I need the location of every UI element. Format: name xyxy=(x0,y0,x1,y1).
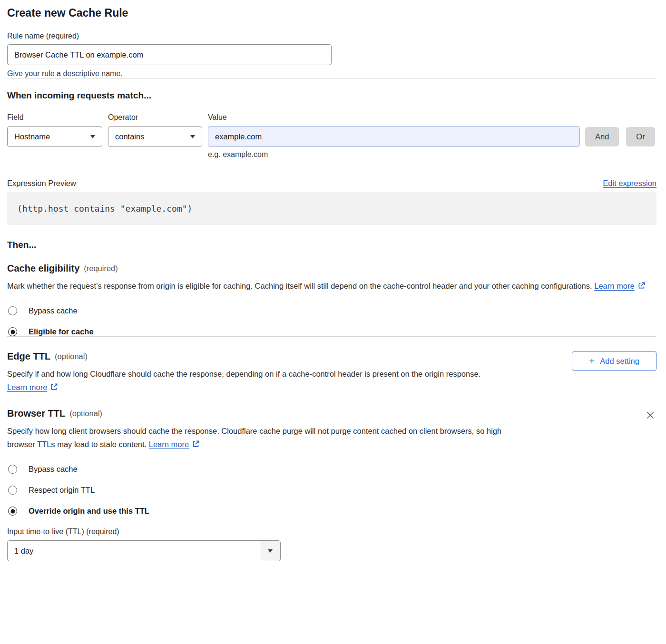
create-cache-rule-form: Create new Cache Rule Rule name (require… xyxy=(7,7,656,561)
cache-eligibility-description: Mark whether the request’s response from… xyxy=(7,279,656,293)
field-label: Field xyxy=(7,113,108,122)
cache-eligibility-description-text: Mark whether the request’s response from… xyxy=(7,282,592,290)
cache-eligibility-qualifier: (required) xyxy=(84,264,118,273)
edge-ttl-title-row: Edge TTL (optional) xyxy=(7,351,530,362)
value-label: Value xyxy=(208,113,227,122)
radio-bypass-cache[interactable]: Bypass cache xyxy=(7,306,656,315)
browser-ttl-header: Browser TTL (optional) Specify how long … xyxy=(7,408,656,452)
browser-ttl-description: Specify how long client browsers should … xyxy=(7,424,530,452)
expression-preview-label: Expression Preview xyxy=(7,179,76,188)
ttl-input-label: Input time-to-live (TTL) (required) xyxy=(7,527,656,536)
value-helper: e.g. example.com xyxy=(208,150,656,159)
match-condition-row: Hostname contains And Or xyxy=(7,126,656,147)
ttl-select-arrow-button[interactable] xyxy=(260,541,280,561)
radio-override-origin-ttl[interactable]: Override origin and use this TTL xyxy=(7,507,656,516)
section-divider xyxy=(7,78,656,78)
browser-ttl-qualifier: (optional) xyxy=(69,409,102,418)
or-button[interactable]: Or xyxy=(626,127,655,146)
radio-label: Bypass cache xyxy=(29,465,78,474)
external-link-icon xyxy=(637,283,646,291)
radio-label: Respect origin TTL xyxy=(29,486,95,495)
edge-ttl-description: Specify if and how long Cloudflare shoul… xyxy=(7,367,530,395)
external-link-icon xyxy=(192,441,200,449)
radio-label: Bypass cache xyxy=(29,306,78,315)
radio-eligible-for-cache[interactable]: Eligible for cache xyxy=(7,327,656,336)
rule-name-helper: Give your rule a descriptive name. xyxy=(7,69,656,78)
section-divider xyxy=(7,395,656,395)
match-section-heading: When incoming requests match... xyxy=(7,90,656,101)
radio-browser-bypass-cache[interactable]: Bypass cache xyxy=(7,465,656,474)
rule-name-label: Rule name (required) xyxy=(7,32,656,40)
ttl-select-value: 1 day xyxy=(8,541,260,561)
radio-icon xyxy=(8,486,17,495)
edge-ttl-title: Edge TTL xyxy=(7,351,50,362)
add-setting-label: Add setting xyxy=(600,357,639,366)
and-button[interactable]: And xyxy=(585,127,619,146)
cache-eligibility-header: Cache eligibility (required) xyxy=(7,263,656,274)
chevron-down-icon xyxy=(268,549,273,553)
cache-eligibility-title: Cache eligibility xyxy=(7,263,79,274)
browser-ttl-title: Browser TTL xyxy=(7,408,65,419)
chevron-down-icon xyxy=(90,135,95,138)
field-select-value: Hostname xyxy=(14,132,50,141)
edge-ttl-header: Edge TTL (optional) Specify if and how l… xyxy=(7,351,656,395)
radio-label: Override origin and use this TTL xyxy=(29,507,149,516)
chevron-down-icon xyxy=(190,135,195,138)
radio-label: Eligible for cache xyxy=(29,327,94,336)
expression-code-box: (http.host contains "example.com") xyxy=(7,192,656,225)
field-select[interactable]: Hostname xyxy=(7,126,102,147)
browser-ttl-title-row: Browser TTL (optional) xyxy=(7,408,530,419)
radio-selected-icon xyxy=(8,507,17,516)
rule-name-input[interactable] xyxy=(7,44,332,65)
radio-selected-icon xyxy=(8,327,17,336)
value-input[interactable] xyxy=(208,126,580,147)
edge-ttl-description-text: Specify if and how long Cloudflare shoul… xyxy=(7,370,480,378)
match-column-labels: Field Operator Value xyxy=(7,113,656,122)
page-title: Create new Cache Rule xyxy=(7,7,656,20)
edit-expression-link[interactable]: Edit expression xyxy=(603,179,656,188)
radio-respect-origin-ttl[interactable]: Respect origin TTL xyxy=(7,486,656,495)
ttl-select[interactable]: 1 day xyxy=(7,540,281,561)
operator-label: Operator xyxy=(108,113,208,122)
external-link-icon xyxy=(50,384,58,392)
operator-select-value: contains xyxy=(115,132,144,141)
operator-select[interactable]: contains xyxy=(108,126,202,147)
section-divider xyxy=(7,336,656,337)
learn-more-link[interactable]: Learn more xyxy=(7,383,47,391)
add-setting-button[interactable]: + Add setting xyxy=(572,351,656,371)
radio-icon xyxy=(8,306,17,315)
then-heading: Then... xyxy=(7,240,656,250)
learn-more-link[interactable]: Learn more xyxy=(594,282,634,290)
expression-header: Expression Preview Edit expression xyxy=(7,179,656,188)
close-icon[interactable] xyxy=(644,409,656,421)
radio-icon xyxy=(8,465,17,474)
learn-more-link[interactable]: Learn more xyxy=(149,440,189,449)
edge-ttl-qualifier: (optional) xyxy=(55,352,88,361)
plus-icon: + xyxy=(589,356,595,366)
browser-ttl-description-text: Specify how long client browsers should … xyxy=(7,427,501,449)
